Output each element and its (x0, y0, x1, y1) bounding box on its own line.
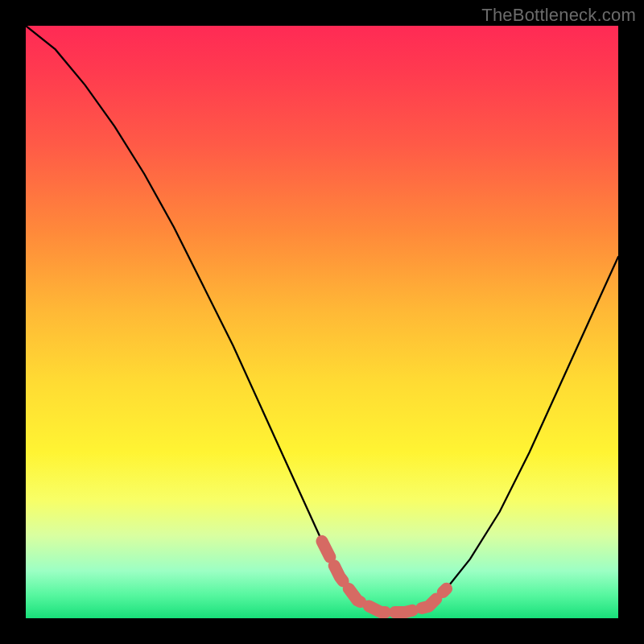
highlight-band-path (322, 541, 447, 612)
chart-svg (26, 26, 618, 618)
chart-stage: TheBottleneck.com (0, 0, 644, 644)
bottleneck-curve-path (26, 26, 618, 613)
watermark-text: TheBottleneck.com (481, 5, 636, 26)
chart-plot-area (26, 26, 618, 618)
